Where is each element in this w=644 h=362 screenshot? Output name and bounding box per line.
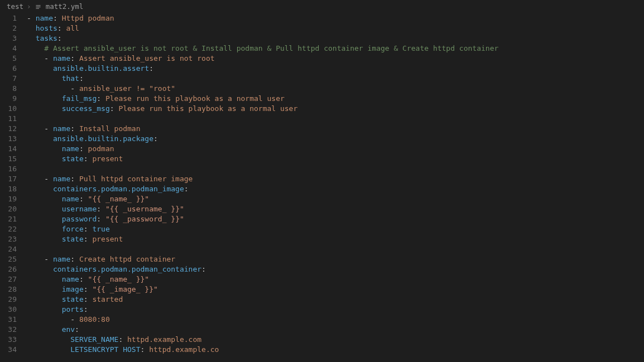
breadcrumb-file[interactable]: matt2.yml <box>46 2 84 12</box>
svg-rect-1 <box>36 6 41 7</box>
code-line[interactable]: - name: Httpd podman <box>27 13 644 23</box>
code-line[interactable]: - name: Pull httpd container image <box>27 174 644 184</box>
line-number: 6 <box>0 64 17 74</box>
svg-rect-0 <box>36 5 41 6</box>
line-number: 13 <box>0 134 17 144</box>
code-line[interactable]: - name: Assert ansible_user is not root <box>27 54 644 64</box>
code-line[interactable]: containers.podman.podman_image: <box>27 184 644 194</box>
line-number: 17 <box>0 174 17 184</box>
code-line[interactable]: ansible.builtin.package: <box>27 134 644 144</box>
line-number: 30 <box>0 305 17 315</box>
line-number: 20 <box>0 204 17 214</box>
line-number: 29 <box>0 295 17 305</box>
code-line[interactable]: env: <box>27 325 644 335</box>
line-number: 14 <box>0 144 17 154</box>
breadcrumb: test › matt2.yml <box>0 0 644 13</box>
line-number: 7 <box>0 74 17 84</box>
code-line[interactable]: state: started <box>27 295 644 305</box>
line-number: 8 <box>0 84 17 94</box>
code-line[interactable]: LETSENCRYPT HOST: httpd.example.co <box>27 345 644 355</box>
line-number: 3 <box>0 33 17 44</box>
line-number: 33 <box>0 335 17 345</box>
code-line[interactable]: tasks: <box>27 33 644 44</box>
code-line[interactable] <box>27 114 644 124</box>
line-number: 19 <box>0 194 17 204</box>
line-number: 11 <box>0 114 17 124</box>
code-line[interactable]: name: podman <box>27 144 644 154</box>
code-line[interactable]: username: "{{ _username_ }}" <box>27 204 644 214</box>
line-number: 25 <box>0 254 17 264</box>
code-line[interactable]: - name: Create httpd container <box>27 254 644 264</box>
line-number: 10 <box>0 104 17 114</box>
code-line[interactable]: - 8080:80 <box>27 315 644 325</box>
code-line[interactable]: SERVER_NAME: httpd.example.com <box>27 335 644 345</box>
code-line[interactable]: state: present <box>27 234 644 244</box>
line-number: 31 <box>0 315 17 325</box>
line-number: 32 <box>0 325 17 335</box>
code-line[interactable]: ansible.builtin.assert: <box>27 64 644 74</box>
code-line[interactable]: hosts: all <box>27 23 644 33</box>
line-number: 12 <box>0 124 17 134</box>
code-editor[interactable]: 1234567891011121314151617181920212223242… <box>0 13 644 362</box>
line-number: 16 <box>0 164 17 174</box>
line-number: 27 <box>0 274 17 284</box>
code-line[interactable] <box>27 244 644 254</box>
line-number: 1 <box>0 13 17 23</box>
code-line[interactable]: state: present <box>27 154 644 164</box>
code-line[interactable]: - name: Install podman <box>27 124 644 134</box>
line-number: 23 <box>0 234 17 244</box>
code-line[interactable]: fail_msg: Please run this playbook as a … <box>27 94 644 104</box>
line-number: 2 <box>0 23 17 33</box>
code-line[interactable]: force: true <box>27 224 644 234</box>
line-number-gutter: 1234567891011121314151617181920212223242… <box>0 13 27 362</box>
code-line[interactable]: name: "{{ _name_ }}" <box>27 194 644 204</box>
line-number: 5 <box>0 54 17 64</box>
code-line[interactable]: # Assert ansible_user is not root & Inst… <box>27 44 644 54</box>
code-area[interactable]: - name: Httpd podman hosts: all tasks: #… <box>27 13 644 362</box>
line-number: 18 <box>0 184 17 194</box>
code-line[interactable]: success_msg: Please run this playbook as… <box>27 104 644 114</box>
code-line[interactable]: containers.podman.podman_container: <box>27 264 644 274</box>
line-number: 24 <box>0 244 17 254</box>
line-number: 4 <box>0 44 17 54</box>
line-number: 9 <box>0 94 17 104</box>
code-line[interactable]: name: "{{ _name_ }}" <box>27 274 644 284</box>
code-line[interactable]: ports: <box>27 305 644 315</box>
line-number: 28 <box>0 284 17 295</box>
code-line[interactable]: image: "{{ _image_ }}" <box>27 284 644 295</box>
code-line[interactable] <box>27 164 644 174</box>
code-line[interactable]: password: "{{ _password_ }}" <box>27 214 644 224</box>
line-number: 22 <box>0 224 17 234</box>
file-icon <box>35 3 42 11</box>
line-number: 26 <box>0 264 17 274</box>
code-line[interactable]: - ansible_user != "root" <box>27 84 644 94</box>
line-number: 34 <box>0 345 17 355</box>
chevron-right-icon: › <box>27 2 31 12</box>
svg-rect-2 <box>36 8 40 8</box>
line-number: 21 <box>0 214 17 224</box>
line-number: 15 <box>0 154 17 164</box>
breadcrumb-folder[interactable]: test <box>7 2 23 12</box>
code-line[interactable]: that: <box>27 74 644 84</box>
